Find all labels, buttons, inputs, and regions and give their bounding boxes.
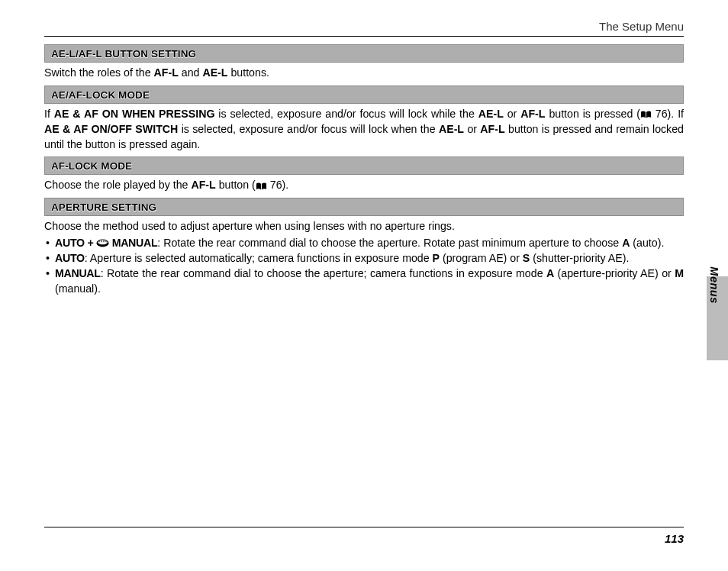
section-body: Switch the roles of the AF-L and AE-L bu… [44, 65, 684, 80]
text: : Rotate the rear command dial to choose… [157, 237, 622, 249]
ae-l-label: AE-L [439, 123, 464, 135]
mode-A: A [546, 267, 554, 279]
mode-S: S [523, 252, 530, 264]
section-bar-ae-af-lock-mode: AE/AF-LOCK MODE [44, 85, 684, 104]
text: button is pressed ( [546, 108, 640, 120]
ae-l-label: AE-L [478, 108, 504, 120]
option-ae-af-on-off-switch: AE & AF ON/OFF SWITCH [44, 123, 178, 135]
section-intro: Choose the method used to adjust apertur… [44, 218, 684, 234]
bullet-list: • AUTO + MANUAL: Rotate the rear command… [44, 235, 684, 297]
ae-l-label: AE-L [202, 66, 227, 79]
text: ). If [668, 108, 684, 120]
section-body: Choose the role played by the AF-L butto… [44, 177, 684, 192]
text: (auto). [630, 237, 664, 249]
opt-auto: AUTO [55, 252, 85, 264]
mode-P: P [433, 252, 440, 264]
section-body: If AE & AF ON WHEN PRESSING is selected,… [44, 106, 684, 152]
text: buttons. [228, 66, 269, 79]
text: (program AE) or [440, 252, 523, 264]
text: Switch the roles of the [44, 66, 154, 79]
af-l-label: AF-L [520, 108, 545, 120]
text: Choose the role played by the [44, 179, 191, 191]
text: is selected, exposure and/or focus will … [178, 123, 439, 135]
page-ref: 76 [656, 108, 668, 120]
list-item: • AUTO: Aperture is selected automatical… [44, 250, 684, 266]
text: (shutter-priority AE). [530, 252, 629, 264]
af-l-label: AF-L [154, 66, 179, 79]
section-bar-ael-afl-button: AE-L/AF-L BUTTON SETTING [44, 44, 684, 63]
text: If [44, 108, 54, 120]
bullet-dot: • [46, 250, 50, 266]
page-footer: 113 [44, 527, 684, 547]
dial-icon [96, 236, 109, 244]
option-ae-af-on-pressing: AE & AF ON WHEN PRESSING [54, 108, 215, 120]
list-item: • AUTO + MANUAL: Rotate the rear command… [44, 235, 684, 250]
text: and [179, 66, 203, 79]
opt-auto-plus-manual-b: MANUAL [109, 237, 157, 249]
text: button ( [216, 179, 256, 191]
text: (aperture-priority AE) or [554, 267, 675, 279]
opt-auto-plus-manual-a: AUTO + [55, 237, 96, 249]
section-title: AE-L/AF-L BUTTON SETTING [51, 48, 196, 60]
bullet-dot: • [46, 235, 50, 250]
header-title: The Setup Menu [599, 18, 684, 34]
bullet-dot: • [46, 266, 50, 281]
text: : Aperture is selected automatically; ca… [85, 252, 433, 264]
section-title: APERTURE SETTING [51, 202, 156, 213]
list-item: • MANUAL: Rotate the rear command dial t… [44, 266, 684, 296]
section-bar-af-lock-mode: AF-LOCK MODE [44, 156, 684, 175]
book-icon [256, 179, 267, 187]
af-l-label: AF-L [191, 179, 215, 191]
section-bar-aperture-setting: APERTURE SETTING [44, 198, 684, 216]
text: : Rotate the rear command dial to choose… [101, 267, 546, 279]
section-title: AF-LOCK MODE [51, 160, 132, 172]
opt-manual: MANUAL [55, 267, 101, 279]
page-ref: 76 [270, 179, 282, 191]
book-icon [640, 107, 652, 115]
page-number: 113 [665, 531, 684, 547]
mode-A: A [622, 237, 630, 249]
side-tab-label: Menus [706, 266, 722, 303]
text: is selected, exposure and/or focus will … [214, 108, 478, 120]
section-title: AE/AF-LOCK MODE [51, 89, 150, 101]
mode-M: M [675, 267, 684, 279]
text: ). [282, 179, 289, 191]
page-header: The Setup Menu [44, 18, 684, 37]
af-l-label: AF-L [480, 123, 504, 135]
text: (manual). [55, 282, 101, 295]
text: or [504, 108, 520, 120]
text: or [464, 123, 480, 135]
